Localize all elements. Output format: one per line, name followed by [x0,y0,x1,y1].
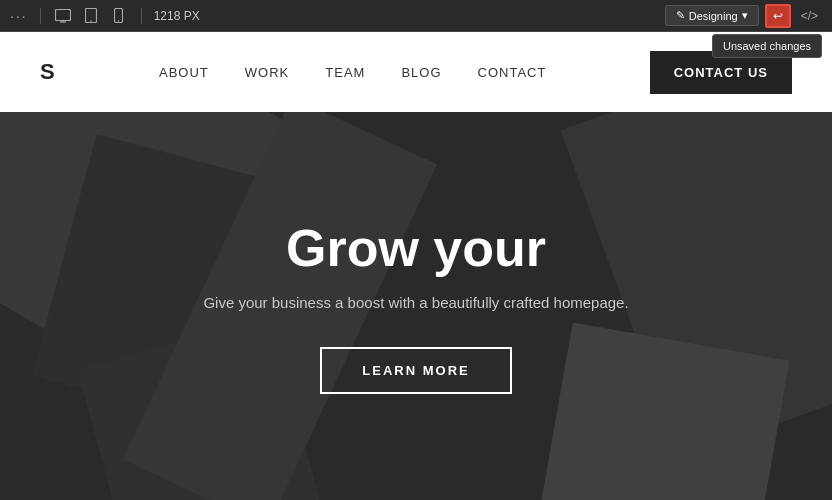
tablet-icon[interactable] [81,6,101,26]
toolbar-sep-1 [40,8,41,24]
code-button[interactable]: </> [797,7,822,25]
toolbar-sep-2 [141,8,142,24]
nav-link-work[interactable]: WORK [245,65,289,80]
hero-section: Grow your Give your business a boost wit… [0,112,832,500]
save-button[interactable]: ↩ [765,4,791,28]
nav-logo: S [40,59,56,85]
hero-subtitle: Give your business a boost with a beauti… [203,294,628,311]
canvas-size: 1218 PX [154,9,200,23]
pencil-icon: ✎ [676,9,685,22]
toolbar-dots-icon: ··· [10,8,28,24]
navbar: S ABOUT WORK TEAM BLOG CONTACT CONTACT U… [0,32,832,112]
nav-link-blog[interactable]: BLOG [401,65,441,80]
nav-link-team[interactable]: TEAM [325,65,365,80]
mode-label: Designing [689,10,738,22]
hero-title: Grow your [203,218,628,278]
toolbar: ··· 1218 PX ✎ Designing [0,0,832,32]
svg-point-4 [90,20,92,22]
toolbar-left: ··· 1218 PX [10,6,200,26]
nav-links: ABOUT WORK TEAM BLOG CONTACT [159,65,546,80]
nav-link-contact[interactable]: CONTACT [478,65,547,80]
unsaved-changes-tooltip: Unsaved changes [712,34,822,58]
phone-icon[interactable] [109,6,129,26]
hero-content: Grow your Give your business a boost wit… [203,218,628,394]
designing-mode-btn[interactable]: ✎ Designing ▾ [665,5,759,26]
save-icon: ↩ [773,9,783,23]
chevron-down-icon: ▾ [742,9,748,22]
svg-point-6 [118,20,120,22]
learn-more-button[interactable]: LEARN MORE [320,347,511,394]
nav-link-about[interactable]: ABOUT [159,65,209,80]
toolbar-right: ✎ Designing ▾ ↩ </> Unsaved changes [665,4,822,28]
svg-rect-0 [55,9,70,20]
code-icon: </> [801,9,818,23]
monitor-icon[interactable] [53,6,73,26]
